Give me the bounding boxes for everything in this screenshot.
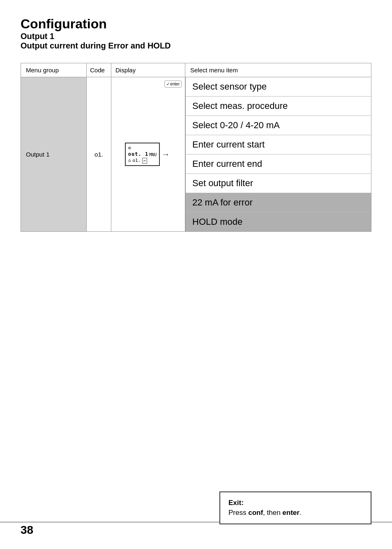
header-display: Display [111, 63, 185, 77]
checkmark: ✓ [166, 82, 170, 86]
cell-code: o1. [87, 77, 111, 231]
menu-item-22ma-error[interactable]: 22 mA for error [186, 193, 371, 212]
table-body: Output 1 o1. ✓ enter ⊙ ou [21, 77, 371, 231]
menu-item-set-filter[interactable]: Set output filter [186, 174, 371, 193]
display-with-arrow: ⊙ out. 1MNU ⌂ o1. ↵ → [125, 143, 171, 166]
exit-title: Exit: [228, 499, 362, 507]
exit-box: Exit: Press conf, then enter. [219, 491, 371, 524]
left-side: Output 1 o1. ✓ enter ⊙ ou [21, 77, 186, 231]
title-sub2: Output current during Error and HOLD [21, 41, 371, 51]
menu-items-column: Select sensor type Select meas. procedur… [186, 77, 371, 231]
enter-label: enter [170, 82, 180, 86]
table: Menu group Code Display Select menu item… [21, 63, 371, 232]
enter-bold: enter [282, 509, 300, 517]
enter-badge: ✓ enter [164, 81, 182, 88]
title-sub1: Output 1 [21, 32, 371, 41]
menu-item-select-range[interactable]: Select 0-20 / 4-20 mA [186, 116, 371, 135]
menu-item-select-meas[interactable]: Select meas. procedure [186, 97, 371, 116]
display-row2: out. 1MNU [128, 151, 157, 158]
cell-menu-group: Output 1 [21, 77, 87, 231]
menu-item-hold-mode[interactable]: HOLD mode [186, 212, 371, 231]
header-menu-group: Menu group [21, 63, 87, 77]
display-row1: ⊙ [128, 145, 157, 152]
conf-bold: conf [248, 509, 263, 517]
page-number: 38 [21, 524, 33, 537]
device-screen: ⊙ out. 1MNU ⌂ o1. ↵ [125, 143, 160, 166]
menu-item-enter-start[interactable]: Enter current start [186, 135, 371, 155]
table-header: Menu group Code Display Select menu item [21, 63, 371, 77]
bottom-section: Exit: Press conf, then enter. [219, 491, 371, 524]
menu-item-enter-end[interactable]: Enter current end [186, 155, 371, 174]
cell-display: ✓ enter ⊙ out. 1MNU ⌂ [111, 77, 185, 231]
display-text: out. 1 [128, 151, 148, 158]
header-select: Select menu item [185, 63, 371, 77]
header-code: Code [87, 63, 111, 77]
title-main: Configuration [21, 16, 371, 32]
page: Configuration Output 1 Output current du… [0, 0, 392, 549]
title-section: Configuration Output 1 Output current du… [21, 16, 371, 51]
menu-item-select-sensor[interactable]: Select sensor type [186, 77, 371, 97]
arrow-right-icon: → [160, 150, 171, 159]
exit-text: Press conf, then enter. [228, 509, 302, 517]
